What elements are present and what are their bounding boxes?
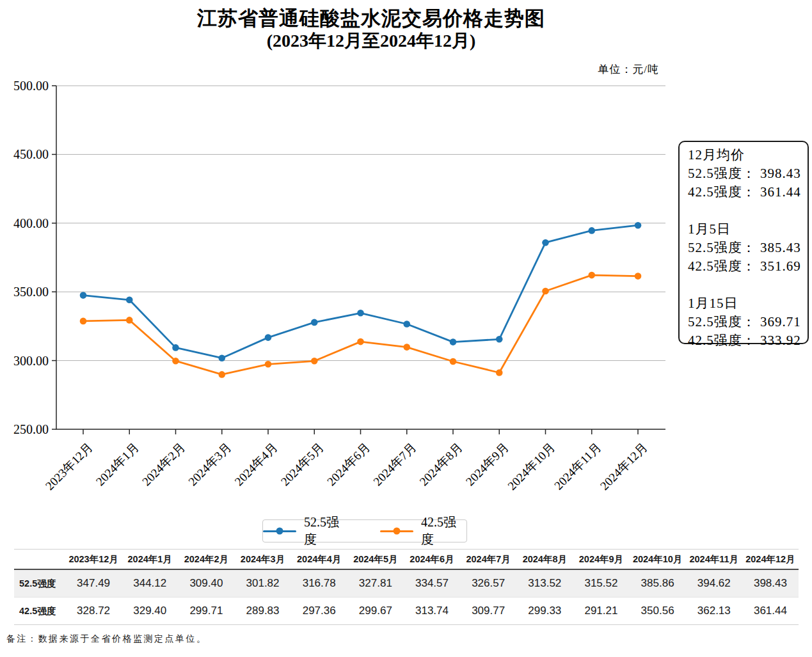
data-point <box>265 334 272 341</box>
annotation-group-1: 1月5日52.5强度： 385.4342.5强度： 351.69 <box>688 220 802 276</box>
table-value-cell: 301.82 <box>234 570 291 597</box>
table-column-header: 2023年12月 <box>65 550 122 569</box>
annotation-group-2: 1月15日52.5强度： 369.7142.5强度： 333.92 <box>688 294 802 350</box>
table-value-cell: 328.72 <box>65 598 122 624</box>
table-column-header: 2024年9月 <box>573 550 629 569</box>
data-point <box>635 222 642 229</box>
annotation-line: 42.5强度： 333.92 <box>688 331 802 350</box>
legend-item: 52.5强度 <box>263 514 349 548</box>
x-axis-label: 2024年12月 <box>598 440 650 493</box>
x-axis-label: 2024年4月 <box>232 440 280 488</box>
annotation-line: 52.5强度： 369.71 <box>688 313 802 331</box>
y-axis-label: 300.00 <box>13 354 49 368</box>
annotation-heading: 1月15日 <box>688 294 802 313</box>
legend-label: 52.5强度 <box>304 514 349 548</box>
table-column-header: 2024年11月 <box>686 550 742 569</box>
annotation-box: 12月均价52.5强度： 398.4342.5强度： 361.441月5日52.… <box>678 141 809 344</box>
data-point <box>80 292 87 299</box>
data-point <box>357 310 364 317</box>
x-axis-label: 2024年6月 <box>324 440 372 488</box>
y-axis-label: 400.00 <box>13 216 49 230</box>
data-point <box>172 344 179 351</box>
x-axis-label: 2024年11月 <box>552 440 604 493</box>
axis-lines <box>56 86 665 429</box>
legend-dot-icon <box>276 528 283 535</box>
x-axis-label: 2024年8月 <box>417 440 465 488</box>
table-value-cell: 315.52 <box>573 570 629 597</box>
cement-price-report: 江苏省普通硅酸盐水泥交易价格走势图 (2023年12月至2024年12月) 单位… <box>0 0 812 657</box>
table-value-cell: 316.78 <box>291 570 347 597</box>
data-point <box>635 273 642 280</box>
legend-label: 42.5强度 <box>421 514 466 548</box>
table-value-cell: 299.33 <box>516 598 573 624</box>
table-value-cell: 347.49 <box>65 570 122 597</box>
table-value-cell: 326.57 <box>460 570 516 597</box>
table-value-cell: 361.44 <box>742 598 799 624</box>
data-point <box>126 297 133 304</box>
table-value-cell: 313.52 <box>516 570 573 597</box>
x-axis-label: 2023年12月 <box>43 440 95 493</box>
table-row-label: 42.5强度 <box>14 598 65 624</box>
legend-line-marker-icon <box>380 530 413 532</box>
table-value-cell: 291.21 <box>573 598 629 624</box>
x-axis-label: 2024年5月 <box>278 440 326 488</box>
annotation-line: 42.5强度： 361.44 <box>688 183 802 202</box>
annotation-line: 52.5强度： 385.43 <box>688 239 802 257</box>
series-line-1 <box>83 275 638 374</box>
data-point <box>542 239 549 246</box>
table-value-cell: 309.40 <box>178 570 234 597</box>
annotation-line: 42.5强度： 351.69 <box>688 257 802 276</box>
x-axis-label: 2024年9月 <box>463 440 511 488</box>
data-point <box>126 317 133 324</box>
data-point <box>265 361 272 368</box>
y-axis-label: 350.00 <box>13 285 49 299</box>
data-point <box>496 336 503 343</box>
legend-dot-icon <box>394 528 401 535</box>
table-column-header: 2024年7月 <box>460 550 516 569</box>
table-value-cell: 334.57 <box>404 570 460 597</box>
table-column-header: 2024年8月 <box>516 550 573 569</box>
table-value-cell: 289.83 <box>234 598 291 624</box>
x-axis-label: 2024年2月 <box>139 440 187 488</box>
table-value-cell: 362.13 <box>686 598 742 624</box>
annotation-group-0: 12月均价52.5强度： 398.4342.5强度： 361.44 <box>688 146 802 202</box>
annotation-line: 52.5强度： 398.43 <box>688 164 802 183</box>
table-value-cell: 299.67 <box>347 598 404 624</box>
table-column-header: 2024年5月 <box>347 550 404 569</box>
x-axis-label: 2024年3月 <box>186 440 234 488</box>
data-point <box>450 358 457 365</box>
data-point <box>403 344 410 351</box>
data-point <box>450 338 457 345</box>
x-axis-label: 2024年7月 <box>370 440 418 488</box>
data-point <box>311 358 318 365</box>
table-column-header: 2024年10月 <box>630 550 686 569</box>
annotation-heading: 12月均价 <box>688 146 802 164</box>
y-axis-label: 250.00 <box>13 422 49 436</box>
table-value-cell: 344.12 <box>122 570 178 597</box>
chart-legend: 52.5强度42.5强度 <box>262 519 467 542</box>
table-value-cell: 385.86 <box>630 570 686 597</box>
table-column-header: 2024年2月 <box>178 550 234 569</box>
y-axis-label: 450.00 <box>13 147 49 161</box>
data-point <box>80 318 87 325</box>
footnote: 备注：数据来源于全省价格监测定点单位。 <box>6 633 207 645</box>
table-column-header: 2024年1月 <box>122 550 178 569</box>
table-value-cell: 297.36 <box>291 598 347 624</box>
table-value-cell: 329.40 <box>122 598 178 624</box>
data-table: 2023年12月2024年1月2024年2月2024年3月2024年4月2024… <box>14 549 799 625</box>
data-point <box>311 319 318 326</box>
y-axis-label: 500.00 <box>13 79 49 93</box>
data-point <box>218 354 225 361</box>
table-value-cell: 350.56 <box>630 598 686 624</box>
table-value-cell: 309.77 <box>460 598 516 624</box>
table-row: 42.5强度328.72329.40299.71289.83297.36299.… <box>14 597 799 624</box>
data-point <box>218 371 225 378</box>
data-point <box>588 227 595 234</box>
table-header-row: 2023年12月2024年1月2024年2月2024年3月2024年4月2024… <box>14 550 799 570</box>
data-point <box>588 272 595 279</box>
data-point <box>542 288 549 295</box>
x-axis-label: 2024年10月 <box>505 440 557 493</box>
table-column-header: 2024年6月 <box>404 550 460 569</box>
data-point <box>496 369 503 376</box>
table-column-header: 2024年3月 <box>234 550 291 569</box>
